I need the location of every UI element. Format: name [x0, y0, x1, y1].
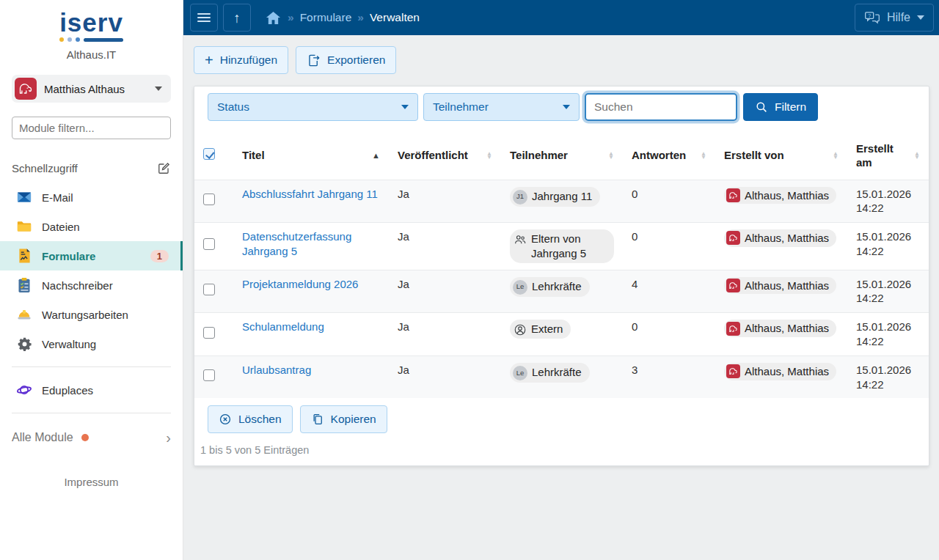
divider	[12, 366, 171, 367]
participants-badge: Le Lehrkräfte	[510, 363, 590, 383]
delete-button[interactable]: Löschen	[208, 405, 293, 433]
form-title-link[interactable]: Urlaubsantrag	[242, 364, 311, 376]
sort-icon: ▲▼	[833, 152, 838, 160]
sidebar-item-eduplaces[interactable]: Eduplaces	[0, 375, 183, 405]
sidebar-item-retake[interactable]: Nachschreiber	[0, 270, 183, 300]
created-at: 15.01.2026 14:22	[856, 364, 911, 391]
group-initials-badge: Le	[513, 366, 527, 380]
created-at: 15.01.2026 14:22	[856, 188, 911, 215]
alert-dot-icon	[81, 434, 89, 441]
forms-table-card: Status Teilnehmer Filtern	[194, 86, 929, 466]
answers-count: 0	[632, 188, 637, 200]
answers-count: 3	[632, 364, 637, 376]
column-header-published[interactable]: Veröffentlicht ▲▼	[389, 133, 501, 180]
user-avatar	[726, 322, 740, 336]
row-checkbox[interactable]	[203, 327, 215, 339]
help-label: Hilfe	[887, 11, 910, 24]
table-header-row: Titel ▲ Veröffentlicht ▲▼ Teilnehmer ▲▼	[194, 133, 929, 180]
breadcrumb: » Formulare » Verwalten	[265, 10, 420, 26]
sidebar-item-files[interactable]: Dateien	[0, 212, 183, 241]
search-input[interactable]	[585, 93, 737, 121]
creator-badge: Althaus, Matthias	[724, 363, 836, 380]
hamburger-icon	[197, 13, 211, 15]
site-name: Althaus.IT	[0, 48, 183, 61]
help-menu-button[interactable]: ? Hilfe	[855, 4, 934, 32]
form-title-link[interactable]: Schulanmeldung	[242, 320, 324, 333]
sidebar-item-administration[interactable]: Verwaltung	[0, 329, 183, 358]
user-avatar	[15, 78, 37, 100]
sidebar-item-label: Dateien	[42, 221, 80, 233]
user-menu[interactable]: Matthias Althaus	[12, 75, 171, 103]
sort-icon: ▲▼	[486, 152, 492, 160]
sort-icon: ▲▼	[914, 152, 920, 160]
plus-icon: +	[205, 53, 213, 67]
home-icon[interactable]	[265, 10, 282, 26]
export-icon	[307, 54, 321, 67]
column-header-participants[interactable]: Teilnehmer ▲▼	[501, 133, 623, 180]
divider	[12, 413, 171, 413]
sidebar-item-label: E-Mail	[42, 191, 73, 204]
help-chat-icon: ?	[864, 10, 880, 25]
table-row: Datenschutzerfassung Jahrgang 5 Ja Elter…	[194, 223, 929, 270]
created-at: 15.01.2026 14:22	[856, 320, 911, 347]
impressum-link[interactable]: Impressum	[0, 476, 183, 488]
sidebar-menu: E-Mail Dateien Formulare 1 Nachschreiber	[0, 183, 183, 358]
sort-icon: ▲▼	[608, 152, 614, 160]
participants-badge: Extern	[510, 320, 571, 339]
table-row: Schulanmeldung Ja Extern 0 Althaus, Matt…	[194, 313, 929, 356]
module-filter-input[interactable]	[12, 117, 171, 139]
column-header-created-at[interactable]: Erstellt am ▲▼	[847, 133, 929, 180]
status-filter-select[interactable]: Status	[208, 93, 418, 121]
user-avatar	[726, 364, 740, 378]
form-title-link[interactable]: Abschlussfahrt Jahrgang 11	[242, 188, 378, 200]
row-checkbox[interactable]	[203, 194, 215, 205]
all-modules-toggle[interactable]: Alle Module ›	[12, 424, 171, 451]
logo-dot-yellow	[59, 37, 64, 42]
add-button[interactable]: + Hinzufügen	[194, 46, 288, 74]
row-checkbox[interactable]	[203, 238, 215, 250]
chevron-right-icon: ›	[166, 430, 171, 445]
gear-icon	[16, 336, 32, 352]
sidebar-item-forms[interactable]: Formulare 1	[0, 241, 183, 270]
navigate-up-button[interactable]: ↑	[223, 4, 251, 32]
creator-badge: Althaus, Matthias	[724, 277, 836, 295]
column-header-title[interactable]: Titel ▲	[233, 133, 389, 180]
svg-text:?: ?	[868, 12, 871, 19]
sidebar-toggle-button[interactable]	[190, 4, 218, 32]
page-content: + Hinzufügen Exportieren Status Teilnehm…	[183, 35, 939, 560]
form-title-link[interactable]: Projektanmeldung 2026	[242, 278, 358, 290]
bulk-actions: Löschen Kopieren	[194, 398, 929, 438]
participants-filter-select[interactable]: Teilnehmer	[423, 93, 580, 121]
chevron-down-icon	[563, 105, 570, 109]
select-all-checkbox[interactable]	[203, 148, 215, 160]
form-title-link[interactable]: Datenschutzerfassung Jahrgang 5	[242, 230, 351, 257]
filter-button[interactable]: Filtern	[743, 93, 818, 121]
logo-underline-decoration	[0, 37, 183, 42]
breadcrumb-link-formulare[interactable]: Formulare	[300, 11, 352, 24]
participants-badge: J1 Jahrgang 11	[510, 187, 600, 207]
published-value: Ja	[398, 364, 409, 376]
elephant-icon	[17, 80, 34, 97]
edit-quick-access-button[interactable]	[157, 161, 171, 175]
created-at: 15.01.2026 14:22	[856, 230, 911, 257]
export-button[interactable]: Exportieren	[296, 46, 396, 74]
sidebar-item-email[interactable]: E-Mail	[0, 183, 183, 212]
user-avatar	[726, 279, 740, 292]
forms-table: Titel ▲ Veröffentlicht ▲▼ Teilnehmer ▲▼	[194, 133, 929, 398]
sidebar-item-label: Nachschreiber	[42, 279, 113, 292]
table-row: Abschlussfahrt Jahrgang 11 Ja J1 Jahrgan…	[194, 180, 929, 223]
copy-button[interactable]: Kopieren	[300, 405, 387, 433]
row-checkbox[interactable]	[203, 369, 215, 381]
column-header-answers[interactable]: Antworten ▲▼	[623, 133, 715, 180]
sidebar-item-maintenance[interactable]: Wartungsarbeiten	[0, 300, 183, 329]
sidebar-item-label: Wartungsarbeiten	[42, 309, 128, 321]
row-checkbox[interactable]	[203, 284, 215, 295]
form-document-icon	[16, 248, 32, 264]
copy-icon	[311, 413, 324, 426]
main-area: ↑ » Formulare » Verwalten ? Hilfe	[183, 0, 939, 560]
iserv-logo[interactable]: iserv	[0, 0, 183, 42]
column-header-creator[interactable]: Erstellt von ▲▼	[715, 133, 847, 180]
user-name: Matthias Althaus	[44, 83, 147, 95]
logo-dot-lightblue	[67, 37, 72, 42]
notification-badge: 1	[150, 250, 169, 262]
